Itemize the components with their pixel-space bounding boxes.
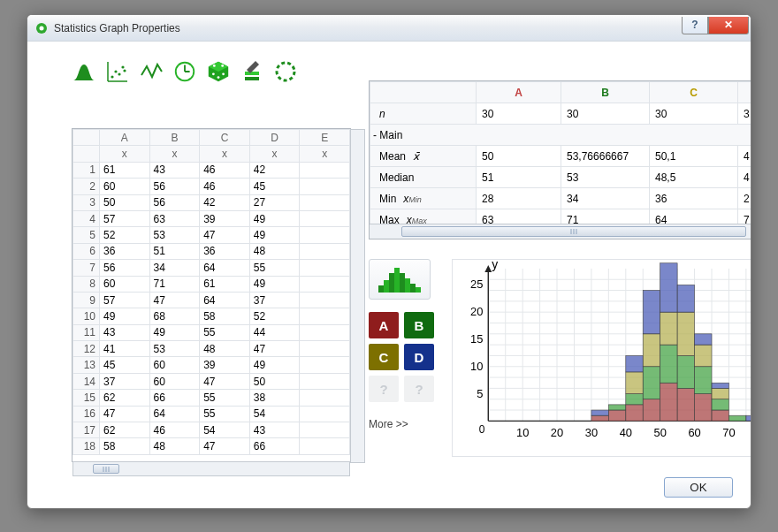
data-vscroll[interactable] [350, 129, 365, 463]
svg-rect-70 [626, 355, 643, 371]
svg-rect-30 [416, 287, 421, 293]
table-row[interactable]: 1562665538 [73, 390, 350, 406]
svg-rect-86 [695, 334, 712, 345]
svg-rect-67 [626, 405, 643, 421]
dataset-toggle-empty2[interactable]: ? [404, 376, 434, 402]
svg-rect-26 [394, 268, 400, 293]
svg-rect-87 [712, 410, 728, 421]
data-table[interactable]: A B C D E x x x x x 16143464226056464535… [72, 129, 350, 455]
histogram-chart[interactable]: 510152025102030405060700xy [452, 259, 751, 457]
stats-col-A[interactable]: A [477, 82, 561, 103]
help-button[interactable]: ? [682, 17, 708, 34]
col-header-E[interactable]: E [300, 130, 350, 146]
svg-rect-74 [643, 291, 660, 334]
svg-text:25: 25 [470, 277, 483, 291]
table-row[interactable]: 957476437 [73, 292, 350, 308]
svg-point-7 [121, 65, 124, 68]
svg-rect-85 [695, 345, 712, 367]
svg-rect-92 [746, 415, 751, 421]
table-row[interactable]: 1647645554 [73, 406, 350, 422]
svg-rect-83 [695, 394, 712, 422]
table-row[interactable]: 350564227 [73, 194, 350, 210]
svg-rect-66 [608, 405, 625, 410]
svg-rect-63 [591, 415, 608, 421]
svg-point-15 [213, 65, 216, 67]
svg-text:0: 0 [479, 423, 485, 436]
svg-point-22 [277, 63, 294, 80]
svg-rect-89 [712, 388, 728, 399]
dice-icon[interactable] [206, 59, 231, 84]
table-row[interactable]: 1858484766 [73, 438, 350, 454]
svg-point-6 [118, 72, 120, 75]
svg-text:50: 50 [654, 426, 667, 439]
svg-rect-25 [389, 273, 394, 293]
svg-point-5 [114, 70, 117, 72]
chart-type-toolbar [72, 59, 298, 84]
table-row[interactable]: 1241534847 [73, 341, 350, 357]
svg-rect-73 [643, 334, 660, 367]
col-header-C[interactable]: C [200, 130, 250, 146]
close-button[interactable]: ✕ [708, 17, 749, 34]
svg-point-17 [212, 72, 215, 75]
col-header-B[interactable]: B [149, 130, 200, 146]
svg-point-4 [111, 75, 113, 78]
svg-rect-20 [245, 77, 259, 80]
table-row[interactable]: 260564645 [73, 179, 350, 194]
svg-rect-81 [677, 312, 694, 355]
table-row[interactable]: 552534749 [73, 227, 350, 243]
table-row[interactable]: 1049685852 [73, 308, 350, 324]
distribution-icon[interactable] [72, 59, 96, 84]
data-hscroll[interactable] [72, 461, 350, 476]
stats-hscroll[interactable] [370, 224, 751, 239]
edit-icon[interactable] [240, 59, 264, 84]
histogram-button[interactable] [369, 259, 431, 300]
svg-point-16 [221, 65, 224, 67]
stats-main-group[interactable]: - Main [370, 125, 752, 146]
dataset-toggle-C[interactable]: C [369, 344, 399, 370]
svg-text:20: 20 [551, 426, 563, 439]
col-header-A[interactable]: A [100, 130, 150, 146]
stats-col-B[interactable]: B [561, 82, 650, 103]
dataset-toggle-B[interactable]: B [404, 312, 434, 338]
app-icon [34, 21, 49, 35]
table-row[interactable]: 161434642 [73, 162, 350, 178]
svg-text:40: 40 [620, 426, 632, 439]
ok-button[interactable]: OK [664, 477, 733, 498]
svg-point-18 [222, 72, 225, 75]
table-row[interactable]: 1345603949 [73, 357, 350, 373]
more-link[interactable]: More >> [369, 418, 454, 430]
table-row[interactable]: 1437604750 [73, 373, 350, 389]
data-table-pane: A B C D E x x x x x 16143464226056464535… [72, 128, 351, 462]
table-row[interactable]: 860716149 [73, 276, 350, 292]
svg-text:5: 5 [477, 387, 483, 400]
table-row[interactable]: 756346455 [73, 260, 350, 276]
table-row[interactable]: 636513648 [73, 243, 350, 259]
svg-rect-80 [677, 355, 694, 388]
col-header-D[interactable]: D [249, 130, 300, 146]
target-icon[interactable] [273, 59, 298, 84]
dialog-window: Statistics Graph Properties ? ✕ A B C D … [27, 14, 751, 509]
svg-rect-21 [245, 72, 259, 75]
svg-text:70: 70 [722, 426, 735, 439]
dataset-toggle-D[interactable]: D [404, 344, 434, 370]
svg-rect-29 [410, 284, 416, 293]
svg-point-19 [217, 76, 220, 79]
svg-rect-71 [643, 399, 660, 422]
dataset-toggle-A[interactable]: A [369, 312, 399, 338]
scatter-icon[interactable] [105, 59, 130, 84]
svg-rect-77 [660, 312, 677, 345]
titlebar[interactable]: Statistics Graph Properties ? ✕ [27, 15, 751, 42]
table-row[interactable]: 457633949 [73, 210, 350, 226]
dataset-toggle-empty1[interactable]: ? [369, 376, 399, 402]
clock-icon[interactable] [172, 59, 197, 84]
stats-table[interactable]: A B C n 30 30 30 3 - Main Meanx̄ 50 53,7… [370, 81, 751, 231]
svg-rect-27 [400, 273, 405, 293]
svg-rect-65 [608, 410, 625, 421]
line-icon[interactable] [139, 59, 164, 84]
stats-col-C[interactable]: C [650, 82, 738, 103]
svg-rect-82 [677, 285, 694, 312]
table-row[interactable]: 1762465443 [73, 422, 350, 438]
svg-rect-64 [591, 410, 608, 415]
table-row[interactable]: 1143495544 [73, 324, 350, 340]
svg-rect-84 [695, 367, 712, 394]
